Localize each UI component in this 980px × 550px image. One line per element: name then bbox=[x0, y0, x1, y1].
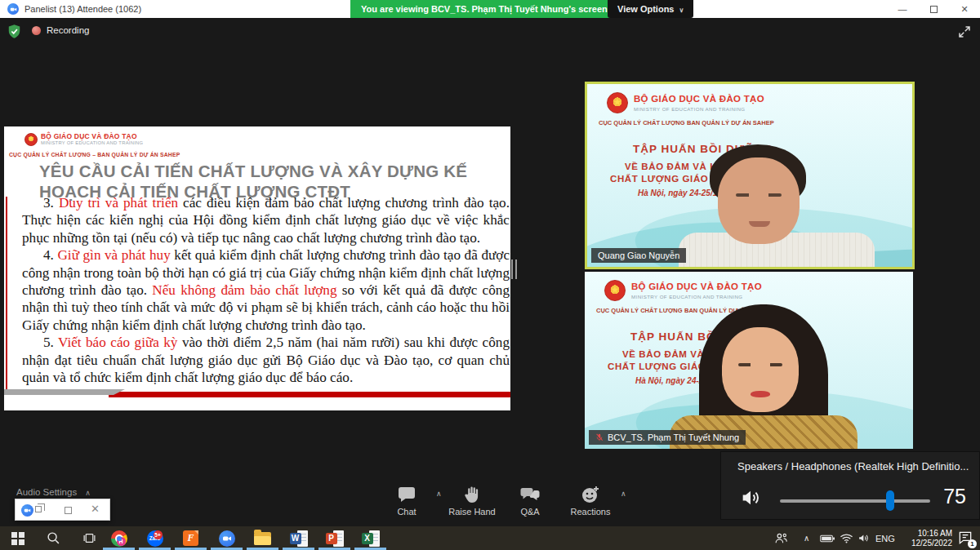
slide-department-line: CỤC QUẢN LÝ CHẤT LƯỢNG – BAN QUẢN LÝ DỰ … bbox=[9, 152, 180, 157]
close-icon[interactable]: ✕ bbox=[91, 503, 100, 515]
view-options-button[interactable]: View Options∨ bbox=[608, 0, 693, 18]
reactions-chevron-icon[interactable]: ∧ bbox=[621, 490, 626, 498]
screen-share-banner: You are viewing BCV_TS. Phạm Thị Tuyết N… bbox=[350, 0, 618, 18]
restore-icon[interactable] bbox=[35, 506, 42, 512]
zoom-app-icon bbox=[219, 530, 235, 547]
battery-icon bbox=[820, 534, 835, 543]
slide-paragraph: 4. Giữ gìn và phát huy kết quả kiểm định… bbox=[22, 246, 510, 334]
slide-ministry-name: MINISTRY OF EDUCATION AND TRAINING bbox=[41, 140, 143, 145]
tray-hidden-icons-chevron[interactable]: ∧ bbox=[804, 526, 809, 550]
video-tile-presenter[interactable]: BỘ GIÁO DỤC VÀ ĐÀO TẠO MINISTRY OF EDUCA… bbox=[585, 272, 913, 449]
window-title-bar: Panelist (13) Attendee (1062) You are vi… bbox=[0, 0, 980, 18]
recording-indicator: Recording bbox=[32, 25, 89, 35]
chevron-down-icon: ∨ bbox=[679, 7, 684, 14]
tray-wifi[interactable] bbox=[840, 526, 853, 550]
excel-icon: X bbox=[362, 530, 380, 547]
recording-dot-icon bbox=[32, 26, 41, 35]
start-button[interactable] bbox=[0, 526, 35, 550]
task-view-icon bbox=[82, 531, 96, 545]
slide-org-name: BỘ GIÁO DỤC VÀ ĐÀO TẠO bbox=[41, 132, 137, 140]
view-options-label: View Options bbox=[617, 4, 674, 14]
qa-icon bbox=[520, 485, 540, 504]
chat-button[interactable]: Chat bbox=[386, 485, 427, 519]
participant-face bbox=[722, 327, 799, 412]
speaker-icon bbox=[858, 533, 871, 543]
speaker-icon[interactable] bbox=[739, 486, 762, 509]
taskbar-word[interactable]: W bbox=[281, 526, 316, 550]
raise-hand-label: Raise Hand bbox=[448, 507, 495, 517]
search-icon bbox=[47, 531, 60, 545]
chat-label: Chat bbox=[397, 507, 416, 517]
volume-slider-handle[interactable] bbox=[886, 490, 894, 511]
language-indicator[interactable]: ENG bbox=[875, 526, 895, 550]
maximize-button[interactable] bbox=[918, 0, 949, 18]
clock-time: 10:16 AM bbox=[918, 529, 952, 539]
security-shield-icon[interactable] bbox=[7, 24, 22, 39]
volume-slider-track[interactable] bbox=[780, 499, 930, 503]
raise-hand-icon bbox=[462, 485, 482, 504]
zalo-icon: Zalo 5+ bbox=[147, 530, 163, 547]
participants-label[interactable]: Panelist (13) Attendee (1062) bbox=[24, 0, 141, 18]
reactions-icon bbox=[581, 485, 600, 504]
zoom-app-icon bbox=[7, 3, 19, 15]
audio-settings-button[interactable]: Audio Settings∧ bbox=[16, 487, 91, 497]
slide-bottom-gray-bar bbox=[4, 389, 125, 395]
qa-label: Q&A bbox=[520, 507, 539, 517]
taskbar-chrome[interactable]: H bbox=[101, 526, 136, 550]
minimize-button[interactable]: — bbox=[887, 0, 918, 18]
volume-level-value: 75 bbox=[943, 485, 966, 508]
zalo-notification-badge: 5+ bbox=[154, 530, 163, 539]
search-button[interactable] bbox=[36, 526, 71, 550]
taskbar-zoom[interactable] bbox=[209, 526, 244, 550]
reactions-label: Reactions bbox=[571, 507, 611, 517]
taskbar-zalo[interactable]: Zalo 5+ bbox=[137, 526, 172, 550]
chrome-profile-badge: H bbox=[117, 537, 126, 546]
taskbar-explorer[interactable] bbox=[245, 526, 280, 550]
taskbar-foxit[interactable]: F bbox=[173, 526, 208, 550]
video-slide-ministry: MINISTRY OF EDUCATION AND TRAINING bbox=[634, 106, 746, 112]
maximize-icon[interactable] bbox=[65, 507, 72, 514]
participant-name: BCV_TS. Phạm Thị Tuyết Nhung bbox=[608, 432, 739, 442]
participant-name-tag: Quang Giao Nguyễn bbox=[591, 248, 686, 263]
panel-divider-handle[interactable] bbox=[511, 259, 517, 279]
people-icon bbox=[774, 532, 788, 544]
wifi-icon bbox=[840, 533, 853, 543]
file-explorer-icon bbox=[254, 532, 271, 545]
powerpoint-icon: P bbox=[326, 530, 344, 547]
foxit-pdf-icon: F bbox=[183, 530, 198, 546]
slide-bottom-red-bar bbox=[109, 392, 510, 397]
qa-button[interactable]: Q&A bbox=[508, 485, 552, 519]
reactions-button[interactable]: Reactions bbox=[565, 485, 616, 519]
participant-lips bbox=[751, 391, 770, 397]
tray-people-button[interactable] bbox=[774, 526, 788, 550]
taskbar-powerpoint[interactable]: P bbox=[317, 526, 352, 550]
participant-name-tag: BCV_TS. Phạm Thị Tuyết Nhung bbox=[589, 430, 746, 445]
ministry-emblem-icon bbox=[604, 280, 626, 301]
fullscreen-expand-icon[interactable] bbox=[957, 24, 972, 39]
audio-device-name: Speakers / Headphones (Realtek High Defi… bbox=[737, 460, 969, 472]
zoom-meeting-window: Panelist (13) Attendee (1062) You are vi… bbox=[0, 0, 980, 550]
action-center-button[interactable]: 1 bbox=[957, 530, 975, 548]
windows-logo-icon bbox=[11, 532, 24, 545]
zoom-app-icon bbox=[21, 504, 33, 517]
taskbar-excel[interactable]: X bbox=[353, 526, 388, 550]
video-slide-org: BỘ GIÁO DỤC VÀ ĐÀO TẠO bbox=[634, 94, 764, 104]
slide-paragraph: 3. Duy trì và phát triển các điều kiện đ… bbox=[22, 194, 510, 246]
close-button[interactable]: ✕ bbox=[949, 0, 980, 18]
raise-hand-button[interactable]: Raise Hand bbox=[443, 485, 501, 519]
participant-eyes bbox=[736, 193, 782, 197]
chrome-icon: H bbox=[111, 530, 127, 547]
mic-muted-icon bbox=[595, 433, 604, 441]
floating-mini-window: ✕ bbox=[15, 499, 110, 521]
video-tile-active-speaker[interactable]: BỘ GIÁO DỤC VÀ ĐÀO TẠO MINISTRY OF EDUCA… bbox=[585, 82, 915, 269]
slide-left-accent-line bbox=[6, 197, 7, 389]
shared-screen-slide: BỘ GIÁO DỤC VÀ ĐÀO TẠO MINISTRY OF EDUCA… bbox=[4, 126, 510, 410]
windows-taskbar: H Zalo 5+ F bbox=[0, 526, 980, 550]
recording-label: Recording bbox=[47, 25, 89, 35]
chat-chevron-icon[interactable]: ∧ bbox=[436, 490, 442, 498]
tray-battery[interactable] bbox=[820, 526, 835, 550]
slide-body-text: 3. Duy trì và phát triển các điều kiện đ… bbox=[22, 194, 510, 386]
tray-speaker[interactable] bbox=[858, 526, 871, 550]
notification-count-badge: 1 bbox=[968, 539, 977, 548]
taskbar-clock[interactable]: 10:16 AM 12/25/2022 bbox=[900, 526, 952, 550]
